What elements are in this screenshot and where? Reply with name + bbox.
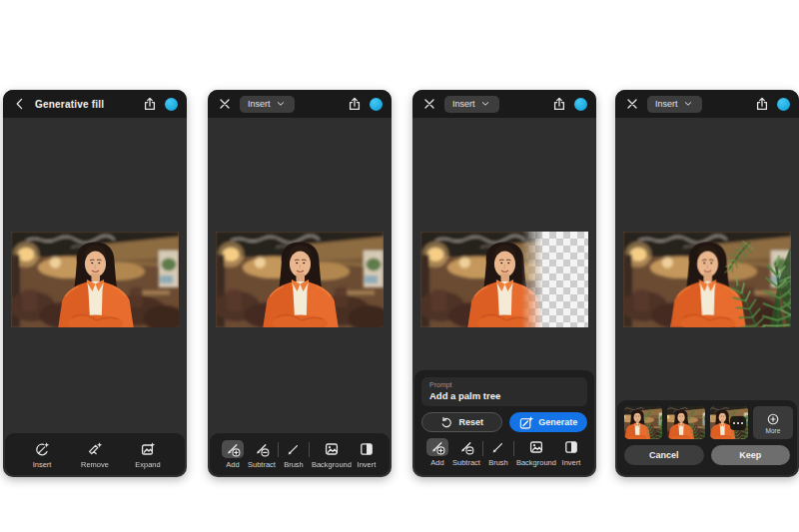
share-button[interactable]	[142, 96, 158, 112]
tool-label: Subtract	[248, 460, 276, 469]
tool-remove[interactable]: Remove	[81, 440, 109, 469]
mode-dropdown[interactable]: Insert	[647, 96, 702, 113]
close-icon	[217, 96, 233, 112]
generate-button[interactable]: Generate	[509, 412, 588, 432]
cafe-portrait-with-palm-photo	[623, 232, 791, 327]
reset-label: Reset	[458, 417, 483, 427]
keep-button[interactable]: Keep	[711, 445, 791, 465]
chevron-down-icon	[275, 98, 287, 110]
tool-label: Add	[226, 460, 239, 469]
variant-preview	[667, 406, 705, 439]
reset-button[interactable]: Reset	[421, 412, 502, 432]
variant-thumb-2[interactable]	[667, 406, 705, 439]
tool-add[interactable]: Add	[220, 440, 246, 469]
close-icon	[624, 96, 640, 112]
results-sheet: More Cancel Keep	[617, 400, 797, 475]
share-icon	[754, 96, 770, 112]
tool-label: Invert	[358, 460, 377, 469]
close-button[interactable]	[624, 96, 640, 112]
back-button[interactable]	[12, 96, 28, 112]
share-icon	[142, 96, 158, 112]
photo-canvas[interactable]	[11, 232, 179, 327]
photo-canvas[interactable]	[216, 232, 384, 327]
tool-label: Background	[312, 460, 352, 469]
insert-generative-icon	[34, 441, 50, 457]
tool-subtract[interactable]: Subtract	[452, 438, 480, 467]
keep-label: Keep	[739, 450, 761, 460]
subtract-mask-icon	[254, 441, 270, 457]
mode-dropdown[interactable]: Insert	[444, 96, 499, 113]
share-button[interactable]	[754, 96, 770, 112]
mask-toolbar: Add Subtract Brush Background	[421, 438, 587, 467]
add-mask-icon	[225, 441, 241, 457]
remove-generative-icon	[87, 441, 103, 457]
cafe-portrait-photo	[11, 232, 179, 327]
variant-thumb-1[interactable]	[624, 406, 662, 439]
variant-thumb-3-selected[interactable]	[710, 406, 748, 439]
divider	[309, 442, 310, 457]
cafe-portrait-photo	[216, 232, 384, 327]
tool-label: Expand	[135, 460, 160, 469]
tool-label: Invert	[562, 458, 581, 467]
generate-label: Generate	[538, 417, 577, 427]
back-chevron-icon	[12, 96, 28, 112]
account-avatar[interactable]	[165, 98, 178, 111]
tool-background[interactable]: Background	[312, 440, 352, 469]
tool-insert[interactable]: Insert	[29, 440, 55, 469]
mode-dropdown[interactable]: Insert	[240, 96, 295, 113]
reset-icon	[439, 415, 453, 429]
divider	[278, 442, 279, 457]
cancel-button[interactable]: Cancel	[624, 445, 704, 465]
divider	[513, 441, 514, 456]
share-button[interactable]	[347, 96, 363, 112]
close-icon	[421, 96, 437, 112]
screen-generative-fill-home: Generative fill Insert Remove Expand	[3, 90, 187, 477]
screen-insert-results: Insert	[615, 90, 799, 477]
mode-label: Insert	[248, 99, 271, 109]
account-avatar[interactable]	[370, 98, 383, 111]
close-button[interactable]	[217, 96, 233, 112]
more-label: More	[766, 427, 781, 434]
bottom-toolbar: Insert Remove Expand	[5, 433, 185, 475]
generate-icon	[518, 415, 533, 430]
close-button[interactable]	[421, 96, 437, 112]
app-header: Insert	[615, 90, 799, 118]
prompt-field[interactable]: Prompt Add a palm tree	[421, 377, 587, 406]
share-button[interactable]	[551, 96, 567, 112]
tool-subtract[interactable]: Subtract	[248, 440, 276, 469]
account-avatar[interactable]	[777, 98, 790, 111]
cancel-label: Cancel	[649, 450, 679, 460]
tool-label: Subtract	[452, 458, 480, 467]
more-variants-button[interactable]: More	[753, 406, 793, 439]
background-icon	[324, 441, 340, 457]
divider	[482, 441, 483, 456]
variant-preview	[624, 406, 662, 439]
screen-insert-masking: Insert Add Subtract Brush	[208, 90, 392, 477]
account-avatar[interactable]	[574, 98, 587, 111]
variant-options-button[interactable]	[730, 416, 746, 430]
tool-brush[interactable]: Brush	[485, 438, 511, 467]
prompt-value: Add a palm tree	[429, 390, 579, 401]
invert-icon	[563, 439, 579, 455]
photo-canvas[interactable]	[623, 232, 791, 327]
tool-label: Remove	[81, 460, 109, 469]
invert-icon	[359, 441, 375, 457]
tool-brush[interactable]: Brush	[281, 440, 307, 469]
photo-canvas[interactable]	[420, 232, 588, 327]
prompt-sheet: Prompt Add a palm tree Reset Generate Ad…	[414, 370, 594, 475]
subtract-mask-icon	[458, 439, 474, 455]
tool-invert[interactable]: Invert	[558, 438, 584, 467]
tool-add[interactable]: Add	[424, 438, 450, 467]
more-icon	[766, 412, 780, 426]
screen-insert-prompt: Insert Prompt Add a palm tree Reset	[412, 90, 596, 477]
expand-generative-icon	[140, 441, 156, 457]
mask-toolbar: Add Subtract Brush Background Invert	[210, 433, 390, 475]
tool-expand[interactable]: Expand	[135, 440, 161, 469]
tool-label: Insert	[33, 460, 52, 469]
tool-invert[interactable]: Invert	[354, 440, 380, 469]
brush-icon	[286, 441, 302, 457]
background-icon	[528, 439, 544, 455]
app-header: Generative fill	[3, 90, 187, 118]
tool-background[interactable]: Background	[516, 438, 556, 467]
prompt-label: Prompt	[429, 381, 579, 388]
